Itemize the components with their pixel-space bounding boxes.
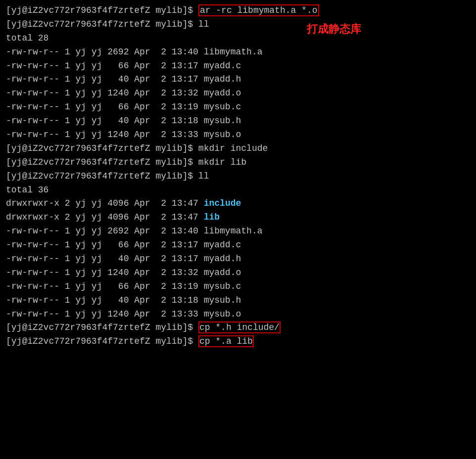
terminal: [yj@iZ2vc772r7963f4f7zrtefZ mylib]$ ar -… (0, 0, 476, 459)
cmd-cp-a: cp *.a lib (198, 335, 254, 347)
terminal-line-18: -rw-rw-r-- 1 yj yj 66 Apr 2 13:17 myadd.… (6, 238, 470, 252)
terminal-line-6: -rw-rw-r-- 1 yj yj 40 Apr 2 13:17 myadd.… (6, 73, 470, 87)
terminal-line-4: -rw-rw-r-- 1 yj yj 2692 Apr 2 13:40 libm… (6, 46, 470, 59)
terminal-line-23: -rw-rw-r-- 1 yj yj 1240 Apr 2 13:33 mysu… (6, 308, 470, 321)
terminal-line-12: [yj@iZ2vc772r7963f4f7zrtefZ mylib]$ mkdi… (6, 156, 470, 170)
terminal-line-11: [yj@iZ2vc772r7963f4f7zrtefZ mylib]$ mkdi… (6, 142, 470, 156)
dir-lib: lib (204, 212, 220, 222)
prompt-24: [yj@iZ2vc772r7963f4f7zrtefZ mylib]$ (6, 322, 198, 332)
terminal-line-14: total 36 (6, 184, 470, 197)
terminal-line-17: -rw-rw-r-- 1 yj yj 2692 Apr 2 13:40 libm… (6, 225, 470, 238)
terminal-line-7: -rw-rw-r-- 1 yj yj 1240 Apr 2 13:32 myad… (6, 87, 470, 100)
terminal-line-2: [yj@iZ2vc772r7963f4f7zrtefZ mylib]$ ll (6, 18, 470, 32)
static-lib-label: 打成静态库 (307, 22, 361, 39)
prompt-1: [yj@iZ2vc772r7963f4f7zrtefZ mylib]$ (6, 5, 198, 15)
terminal-line-22: -rw-rw-r-- 1 yj yj 40 Apr 2 13:18 mysub.… (6, 294, 470, 308)
terminal-line-19: -rw-rw-r-- 1 yj yj 40 Apr 2 13:17 myadd.… (6, 252, 470, 266)
terminal-line-3: total 28 (6, 32, 470, 46)
terminal-line-20: -rw-rw-r-- 1 yj yj 1240 Apr 2 13:32 myad… (6, 266, 470, 280)
terminal-line-25: [yj@iZ2vc772r7963f4f7zrtefZ mylib]$ cp *… (6, 335, 470, 349)
terminal-line-10: -rw-rw-r-- 1 yj yj 1240 Apr 2 13:33 mysu… (6, 128, 470, 142)
terminal-line-16: drwxrwxr-x 2 yj yj 4096 Apr 2 13:47 lib (6, 211, 470, 225)
terminal-line-9: -rw-rw-r-- 1 yj yj 40 Apr 2 13:18 mysub.… (6, 114, 470, 128)
terminal-line-5: -rw-rw-r-- 1 yj yj 66 Apr 2 13:17 myadd.… (6, 59, 470, 73)
terminal-line-8: -rw-rw-r-- 1 yj yj 66 Apr 2 13:19 mysub.… (6, 100, 470, 114)
dir-include: include (204, 198, 241, 208)
terminal-line-21: -rw-rw-r-- 1 yj yj 66 Apr 2 13:19 mysub.… (6, 280, 470, 294)
terminal-line-13: [yj@iZ2vc772r7963f4f7zrtefZ mylib]$ ll (6, 170, 470, 184)
prompt-25: [yj@iZ2vc772r7963f4f7zrtefZ mylib]$ (6, 336, 198, 346)
terminal-line-15: drwxrwxr-x 2 yj yj 4096 Apr 2 13:47 incl… (6, 197, 470, 211)
terminal-line-24: [yj@iZ2vc772r7963f4f7zrtefZ mylib]$ cp *… (6, 321, 470, 335)
terminal-line-1: [yj@iZ2vc772r7963f4f7zrtefZ mylib]$ ar -… (6, 4, 470, 18)
cmd-ar: ar -rc libmymath.a *.o (198, 4, 319, 16)
cmd-cp-h: cp *.h include/ (198, 321, 281, 333)
